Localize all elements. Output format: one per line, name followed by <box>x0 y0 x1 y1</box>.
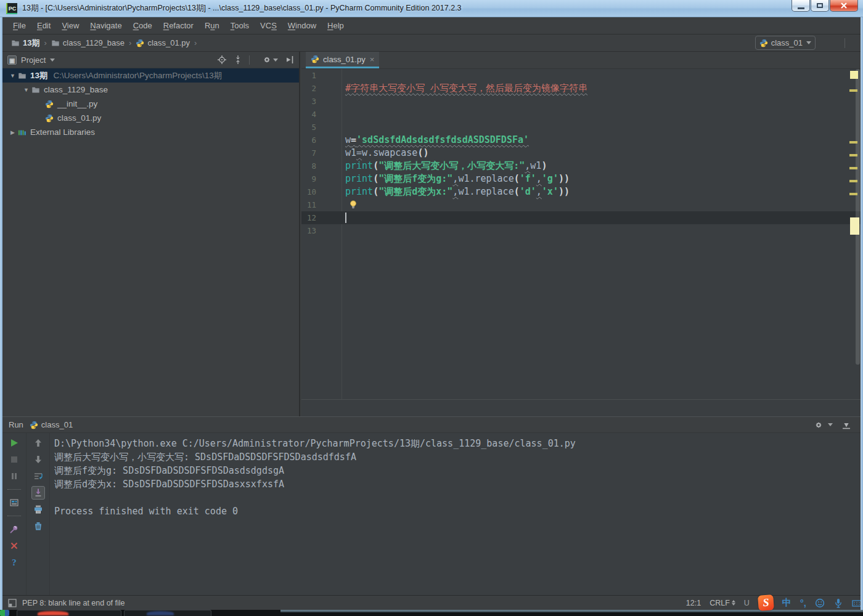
close-x-icon[interactable] <box>9 541 19 551</box>
taskbar-app-1[interactable] <box>17 610 121 616</box>
scroll-to-end-icon[interactable] <box>31 486 45 500</box>
run-settings-button[interactable] <box>808 420 833 430</box>
menu-item-vcs[interactable]: VCS <box>255 19 282 32</box>
code-line-4[interactable]: 4 <box>301 108 861 121</box>
up-stack-icon[interactable] <box>33 438 43 448</box>
code-line-6[interactable]: 6w='sdSdsfdAdsdsdfsfdsdASDSDFDSFa' <box>301 134 861 147</box>
soft-wrap-icon[interactable] <box>33 471 43 481</box>
project-tree-item-class_01-py[interactable]: class_01.py <box>2 111 299 125</box>
code-line-5[interactable]: 5 <box>301 121 861 134</box>
ime-language-toggle[interactable]: 中 <box>782 597 791 609</box>
breadcrumb-label: 13期 <box>23 38 39 49</box>
print-icon[interactable] <box>33 505 43 514</box>
code-line-12[interactable]: 12 <box>301 211 861 224</box>
expander-open-icon[interactable]: ▼ <box>7 73 18 79</box>
warning-stripe-mark[interactable] <box>849 89 857 92</box>
menu-item-tools[interactable]: Tools <box>225 19 255 32</box>
menu-item-window[interactable]: Window <box>282 19 322 32</box>
expander-open-icon[interactable]: ▼ <box>21 87 31 93</box>
folder-icon <box>18 71 27 80</box>
line-number: 2 <box>301 82 316 95</box>
sogou-ime-icon[interactable]: S <box>758 594 774 611</box>
breadcrumb-item-2[interactable]: class_1129_base <box>51 38 125 47</box>
project-settings-button[interactable] <box>256 55 278 65</box>
menu-item-view[interactable]: View <box>56 19 84 32</box>
code-line-11[interactable]: 11 <box>301 198 861 211</box>
menu-item-code[interactable]: Code <box>128 19 158 32</box>
encoding-widget[interactable]: U <box>744 599 750 607</box>
start-button-fragment[interactable] <box>0 610 9 616</box>
toolwindow-toggle-icon[interactable] <box>7 598 17 608</box>
caret-position-widget[interactable]: 12:1 <box>686 599 701 607</box>
menu-item-refactor[interactable]: Refactor <box>158 19 199 32</box>
down-stack-icon[interactable] <box>33 455 43 464</box>
line-number: 8 <box>301 160 316 172</box>
windows-taskbar[interactable] <box>0 610 863 616</box>
minimize-icon <box>798 7 804 9</box>
intention-bulb-icon[interactable] <box>348 200 358 209</box>
warning-stripe-mark[interactable] <box>849 141 857 144</box>
code-line-1[interactable]: 1 <box>301 69 861 82</box>
maximize-button[interactable] <box>811 0 829 12</box>
pin-icon[interactable] <box>9 524 19 534</box>
editor: class_01.py × 12#字符串大写变小写 小写变大写，然后最后变为镜像… <box>301 52 861 416</box>
smiley-icon[interactable] <box>815 598 825 608</box>
menu-item-run[interactable]: Run <box>199 19 225 32</box>
code-editor-area[interactable]: 12#字符串大写变小写 小写变大写，然后最后变为镜像字符串3456w='sdSd… <box>301 69 861 399</box>
inspection-indicator[interactable] <box>850 71 858 79</box>
window-title: 13期 - [C:\Users\Administrator\PycharmPro… <box>22 3 462 14</box>
project-tree-item-__init__-py[interactable]: __init__.py <box>2 97 299 111</box>
tab-close-icon[interactable]: × <box>370 55 375 64</box>
rerun-icon[interactable] <box>9 438 19 448</box>
close-button[interactable] <box>830 0 858 12</box>
code-line-10[interactable]: 10print("调整后d变为x:",w1.replace('d','x')) <box>301 185 861 198</box>
menu-item-edit[interactable]: Edit <box>31 19 56 32</box>
code-line-7[interactable]: 7w1=w.swapcase() <box>301 147 861 160</box>
menu-item-navigate[interactable]: Navigate <box>84 19 127 32</box>
locate-icon[interactable] <box>217 55 227 65</box>
code-line-3[interactable]: 3 <box>301 95 861 108</box>
warning-stripe-mark[interactable] <box>849 180 857 182</box>
code-line-9[interactable]: 9print("调整后f变为g:",w1.replace('f','g')) <box>301 172 861 185</box>
help-icon[interactable]: ? <box>9 557 19 567</box>
run-console-output[interactable]: D:\Python34\python.exe C:/Users/Administ… <box>54 433 861 595</box>
chevron-down-icon <box>273 59 278 62</box>
status-bar: PEP 8: blank line at end of file 12:1 CR… <box>2 595 861 610</box>
line-separator-widget[interactable]: CRLF <box>710 599 735 607</box>
code-line-13[interactable]: 13 <box>301 224 861 237</box>
collapse-all-icon[interactable] <box>233 55 243 65</box>
hide-panel-icon[interactable] <box>284 55 294 65</box>
code-line-2[interactable]: 2#字符串大写变小写 小写变大写，然后最后变为镜像字符串 <box>301 82 861 95</box>
warning-stripe-mark[interactable] <box>849 193 857 195</box>
breadcrumb-item-3[interactable]: class_01.py <box>136 38 190 47</box>
line-number: 7 <box>301 147 316 160</box>
project-panel-title-button[interactable]: ▣ Project <box>7 55 55 65</box>
clear-all-icon[interactable] <box>33 521 43 531</box>
microphone-icon[interactable] <box>833 598 843 608</box>
restore-layout-icon[interactable] <box>9 498 19 508</box>
menu-item-file[interactable]: File <box>7 19 31 32</box>
run-config-selector[interactable]: class_01 <box>755 36 816 50</box>
warning-stripe-mark[interactable] <box>849 154 857 156</box>
project-tree-item-class_1129_base[interactable]: ▼class_1129_base <box>2 83 299 97</box>
breadcrumb-chevron-icon: › <box>194 38 197 47</box>
toolbar-separator <box>7 516 21 516</box>
hide-panel-down-icon[interactable] <box>841 420 851 430</box>
stop-icon-disabled[interactable] <box>9 455 19 464</box>
tree-item-label: __init__.py <box>57 99 97 108</box>
breadcrumb-item-1[interactable]: 13期 <box>11 38 39 49</box>
expander-closed-icon[interactable]: ▶ <box>7 129 18 136</box>
warning-stripe-block[interactable] <box>850 217 859 235</box>
editor-scrollbar[interactable] <box>856 69 860 365</box>
warning-stripe-mark[interactable] <box>849 167 857 169</box>
taskbar-app-2[interactable] <box>124 610 211 616</box>
editor-tab-class-01[interactable]: class_01.py × <box>306 52 379 68</box>
pause-icon[interactable] <box>9 471 19 481</box>
code-line-8[interactable]: 8print("调整后大写变小写，小写变大写:",w1) <box>301 160 861 172</box>
menu-item-help[interactable]: Help <box>322 19 350 32</box>
project-tree-item-13-[interactable]: ▼13期C:\Users\Administrator\PycharmProjec… <box>2 68 299 83</box>
ime-punctuation-toggle[interactable]: °, <box>800 598 806 608</box>
minimize-button[interactable] <box>791 0 810 12</box>
project-tree-item-external-libraries[interactable]: ▶External Libraries <box>2 125 299 139</box>
line-number: 1 <box>301 69 316 82</box>
